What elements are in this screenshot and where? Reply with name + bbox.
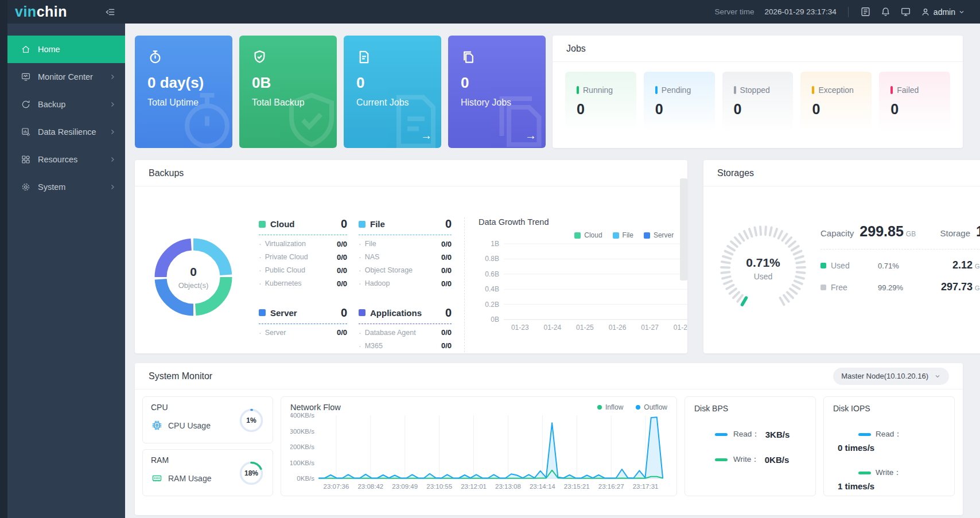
free-row: Free 99.29% 297.73 GB [820,281,980,293]
group-count: 0 [445,306,452,320]
backup-subcategory-row: ·M3650/0 [359,341,452,350]
admin-menu[interactable]: admin [920,7,965,17]
total-uptime-card[interactable]: 0 day(s) Total Uptime [135,36,232,148]
notifications-bell-icon[interactable] [880,6,891,17]
jobs-panel-title: Jobs [566,44,586,54]
bullet-dot: · [359,279,361,288]
bullet-dot: · [359,341,361,350]
backups-body: 0 Object(s) Cloud0 ·Virtualization0/0·Pr… [135,186,687,352]
legend-color-square [574,232,581,239]
status-color-bar [577,86,579,94]
storages-body: 0.71% Used Capacity 299.85 GB Storage 1 [703,186,980,321]
logs-icon[interactable] [860,6,871,17]
backups-panel-title: Backups [149,168,184,178]
disk-iops-write-row: Write： 1 times/s [833,468,945,491]
system-monitor-panel: System Monitor Master Node(10.10.20.16) … [135,363,963,515]
data-growth-legend: CloudFileServerApplications [479,231,687,239]
server-time-value: 2026-01-29 23:17:34 [765,7,837,16]
history-jobs-card[interactable]: 0 History Jobs → [448,36,546,148]
donut-center-label: Object(s) [178,281,209,290]
job-status-label: Failed [897,85,919,95]
legend-color-square [644,232,650,239]
sidebar-item-home[interactable]: Home [7,36,125,63]
arrow-right-icon[interactable]: → [525,129,536,142]
svg-text:1B: 1B [491,240,499,248]
console-display-icon[interactable] [900,6,911,17]
job-tile-stopped[interactable]: Stopped 0 [722,72,794,133]
job-status-label: Exception [818,85,853,95]
sidebar-item-resources[interactable]: Resources [7,146,125,173]
job-status-count: 0 [890,101,950,118]
ram-usage-ring: 18% [238,460,265,486]
backup-subcategory-value: 0/0 [337,328,347,337]
job-tile-exception[interactable]: Exception 0 [800,72,872,133]
stats-row: 0 day(s) Total Uptime 0B Total Backup 0 … [135,36,963,148]
user-icon [920,7,931,17]
node-selector-dropdown[interactable]: Master Node(10.10.20.16) [833,368,949,385]
job-tile-pending[interactable]: Pending 0 [644,72,715,133]
backup-subcategory-row: ·Virtualization0/0 [259,239,347,248]
backup-subcategory-row: ·Object Storage0/0 [359,266,452,275]
svg-text:23:15:21: 23:15:21 [564,483,590,490]
sidebar-item-monitor-center[interactable]: Monitor Center [7,63,125,91]
sidebar-item-label: Data Resilience [38,127,109,137]
jobs-panel: Jobs Running 0 Pending 0 Stopped 0 Excep… [553,36,963,148]
disk-bps-card: Disk BPS Read： 3KB/s Write： 0KB/s [685,396,816,496]
used-value: 2.12 [952,259,973,271]
copy-pages-watermark-icon [486,87,546,148]
storage-count-value: 1 [976,223,980,240]
job-status-label: Running [583,85,613,95]
cpu-percent: 1% [238,407,265,434]
sidebar-item-backup[interactable]: Backup [7,91,125,118]
job-status-count: 0 [655,101,715,118]
job-tile-running[interactable]: Running 0 [565,72,636,133]
legend-item[interactable]: Outflow [636,403,667,411]
legend-item[interactable]: Cloud [574,231,602,239]
job-status-count: 0 [734,101,794,118]
group-name: Cloud [270,219,341,229]
legend-item[interactable]: Server [644,231,674,239]
meters-column: CPU CPU Usage 1% RAM RAM Usage [142,396,273,496]
sidebar-collapse-icon[interactable] [104,6,116,18]
backups-panel: Backups 0 Object(s) Cloud0 ·Virtualizati… [135,160,687,353]
storage-usage-gauge: 0.71% Used [711,218,820,321]
node-selector-value: Master Node(10.10.20.16) [841,372,928,380]
legend-item[interactable]: File [613,231,633,239]
backup-subcategory-label: Private Cloud [265,253,337,261]
chevron-right-icon [109,184,116,190]
bullet-dot: · [259,252,262,262]
home-icon [21,44,31,54]
chart-scrollbar[interactable] [680,178,687,281]
backup-subcategory-value: 0/0 [337,266,347,275]
stat-label: Total Backup [252,98,337,108]
disk-iops-read-row: Read： 0 times/s [833,429,945,453]
ram-usage-label: RAM Usage [168,474,211,483]
write-color-dash [858,472,871,474]
backup-subcategory-label: Object Storage [365,266,441,274]
svg-text:23:09:49: 23:09:49 [392,483,418,490]
read-value: 3KB/s [765,430,790,439]
network-flow-title: Network Flow [290,403,341,412]
stat-value: 0 [461,74,546,92]
storage-details: Capacity 299.85 GB Storage 1 Used 0.71% … [820,223,980,321]
monitor-center-icon [21,72,31,82]
svg-text:23:07:36: 23:07:36 [324,483,349,490]
write-label: Write： [876,468,901,478]
svg-text:0.8B: 0.8B [485,255,499,263]
job-tile-failed[interactable]: Failed 0 [879,72,950,133]
backup-subcategory-label: Database Agent [365,329,441,337]
svg-text:01-28: 01-28 [674,324,687,332]
network-flow-chart: 23:07:3623:08:4223:09:4923:10:5523:12:01… [290,412,667,494]
total-backup-card[interactable]: 0B Total Backup [239,36,337,148]
gauge-percent: 0.71% [746,256,780,270]
legend-item[interactable]: Inflow [597,403,623,411]
capacity-value: 299.85 [860,223,903,240]
sidebar-item-system[interactable]: System [7,173,125,201]
group-count: 0 [341,306,347,320]
backup-subcategory-row: ·Server0/0 [259,328,347,337]
current-jobs-card[interactable]: 0 Current Jobs → [344,36,441,148]
sidebar-item-data-resilience[interactable]: Data Resilience [7,118,125,146]
arrow-right-icon[interactable]: → [421,129,432,142]
storage-count-label: Storage [940,228,971,238]
free-percent: 99.29% [878,283,941,292]
